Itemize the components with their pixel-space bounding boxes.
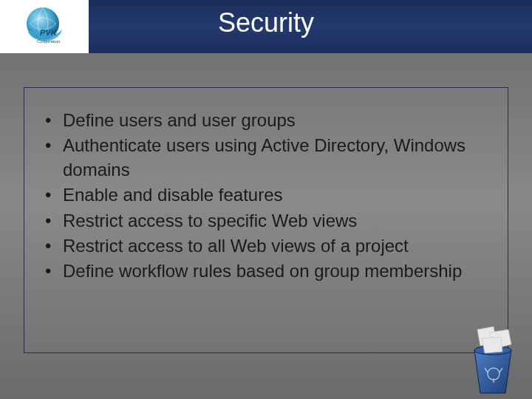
list-item: Authenticate users using Active Director… (36, 134, 496, 182)
slide-title: Security (0, 7, 532, 38)
content-frame: Define users and user groups Authenticat… (24, 87, 508, 353)
list-item: Define workflow rules based on group mem… (36, 259, 496, 283)
list-item: Restrict access to all Web views of a pr… (36, 234, 496, 258)
bullet-list: Define users and user groups Authenticat… (36, 109, 496, 284)
list-item: Enable and disable features (36, 183, 496, 207)
svg-text:Corporation: Corporation (37, 39, 60, 44)
list-item: Restrict access to specific Web views (36, 209, 496, 233)
list-item: Define users and user groups (36, 109, 496, 132)
recycle-bin-icon (460, 322, 526, 396)
